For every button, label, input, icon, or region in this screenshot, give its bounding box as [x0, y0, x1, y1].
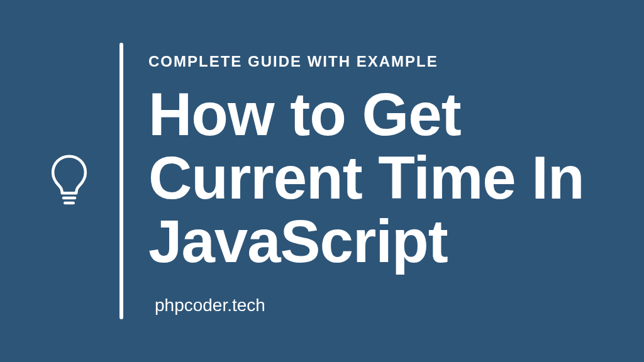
vertical-divider: [119, 43, 123, 319]
content-area: COMPLETE GUIDE WITH EXAMPLE How to Get C…: [148, 47, 606, 315]
title-text: How to Get Current Time In JavaScript: [148, 83, 606, 273]
icon-wrapper: [38, 153, 101, 209]
subtitle-text: COMPLETE GUIDE WITH EXAMPLE: [148, 53, 606, 70]
main-container: COMPLETE GUIDE WITH EXAMPLE How to Get C…: [0, 0, 644, 362]
footer-text: phpcoder.tech: [155, 295, 606, 315]
lightbulb-icon: [47, 153, 91, 209]
